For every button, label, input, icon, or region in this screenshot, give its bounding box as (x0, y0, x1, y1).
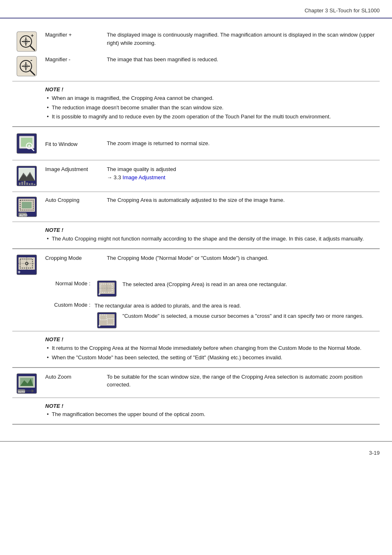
main-content: + Magnifier + The displayed image is con… (0, 27, 392, 441)
svg-rect-25 (19, 183, 21, 185)
normal-mode-label: Normal Mode : (45, 280, 95, 287)
auto-zoom-row: AUTO Auto Zoom To be suitable for the sc… (12, 368, 380, 398)
svg-text:+: + (98, 292, 101, 296)
auto-cropping-label: Auto Cropping (45, 196, 107, 203)
image-adj-line1: The image quality is adjusted (107, 165, 380, 173)
note3-spacer (12, 335, 45, 363)
note2-title: NOTE ! (45, 227, 63, 233)
note4-block: NOTE ! The magnification becomes the upp… (12, 398, 380, 425)
svg-rect-26 (21, 182, 23, 185)
auto-zoom-icon: AUTO (16, 373, 37, 394)
note1-content: NOTE ! When an image is magnified, the C… (45, 86, 380, 122)
svg-rect-29 (29, 183, 30, 185)
svg-text:+: + (98, 324, 101, 328)
note2-content: NOTE ! The Auto Cropping might not funct… (45, 226, 380, 244)
auto-zoom-label: Auto Zoom (45, 373, 107, 380)
custom-mode-icon-desc-row: + "Custom Mode" is selected, a mouse cur… (95, 312, 380, 328)
magnifier-minus-icon-cell: - (12, 56, 45, 77)
magnifier-minus-desc: The image that has been magnified is red… (107, 56, 380, 64)
image-adjustment-desc: The image quality is adjusted → 3.3 Imag… (107, 165, 380, 181)
magnifier-group: + Magnifier + The displayed image is con… (12, 27, 380, 127)
magnifier-plus-icon: + (16, 31, 37, 52)
image-adj-line2: → 3.3 Image Adjustment (107, 173, 380, 182)
note2-block: NOTE ! The Auto Cropping might not funct… (12, 222, 380, 249)
custom-mode-label: Custom Mode : (45, 302, 95, 308)
note4-content: NOTE ! The magnification becomes the upp… (45, 402, 380, 420)
cropping-mode-row: + Cropping Mode The Cropping Mode ("Norm… (12, 249, 380, 278)
page-header: Chapter 3 SL-Touch for SL1000 (0, 0, 392, 18)
svg-text:-: - (30, 57, 32, 63)
fit-to-window-label: Fit to Window (45, 140, 107, 147)
image-adjustment-label: Image Adjustment (45, 165, 107, 172)
note2-item-1: The Auto Cropping might not function nor… (45, 235, 380, 243)
svg-text:+: + (31, 33, 34, 39)
image-adjustment-group: Image Adjustment The image quality is ad… (12, 160, 380, 192)
custom-mode-icon: + (97, 312, 117, 328)
auto-cropping-group: AUTO Auto Cropping The Cropping Area is … (12, 192, 380, 249)
normal-mode-desc: The selected area (Cropping Area) is rea… (122, 280, 380, 289)
magnifier-plus-desc: The displayed image is continuously magn… (107, 31, 380, 47)
fit-to-window-icon (16, 133, 37, 154)
note3-item-2: When the "Custom Mode" has been selected… (45, 354, 380, 362)
image-adjustment-icon-cell (12, 165, 45, 187)
cropping-mode-group: + Cropping Mode The Cropping Mode ("Norm… (12, 249, 380, 368)
note1-title: NOTE ! (45, 86, 63, 92)
svg-rect-30 (31, 183, 33, 185)
cropping-mode-icon-cell: + (12, 254, 45, 275)
normal-mode-icon: + (97, 280, 117, 297)
magnifier-minus-icon: - (16, 56, 37, 77)
magnifier-plus-row: + Magnifier + The displayed image is con… (12, 27, 380, 54)
note3-content: NOTE ! It returns to the Cropping Area a… (45, 335, 380, 363)
auto-cropping-row: AUTO Auto Cropping The Cropping Area is … (12, 192, 380, 222)
note1-list: When an image is magnified, the Cropping… (45, 94, 380, 121)
custom-mode-line1: The rectangular area is added to plurals… (95, 302, 380, 310)
svg-text:AUTO: AUTO (18, 391, 25, 393)
note3-list: It returns to the Cropping Area at the N… (45, 344, 380, 362)
cropping-mode-desc: The Cropping Mode ("Normal Mode" or "Cus… (107, 254, 380, 262)
auto-zoom-desc: To be suitable for the scan window size,… (107, 373, 380, 389)
svg-text:+: + (18, 269, 21, 275)
svg-rect-28 (26, 183, 28, 185)
cropping-mode-label: Cropping Mode (45, 254, 107, 261)
fit-to-window-desc: The zoom image is returned to normal siz… (107, 139, 380, 148)
image-adjustment-icon (16, 165, 37, 187)
note1-item-2: The reduction image doesn't become small… (45, 104, 380, 112)
note4-title: NOTE ! (45, 403, 63, 409)
fit-to-window-group: Fit to Window The zoom image is returned… (12, 127, 380, 160)
note3-item-1: It returns to the Cropping Area at the N… (45, 344, 380, 353)
chapter-title: Chapter 3 SL-Touch for SL1000 (304, 7, 380, 14)
magnifier-minus-row: - Magnifier - The image that has been ma… (12, 54, 380, 81)
svg-rect-27 (24, 181, 25, 185)
auto-zoom-icon-cell: AUTO (12, 373, 45, 394)
custom-mode-row: Custom Mode : The rectangular area is ad… (45, 299, 380, 331)
magnifier-plus-icon-cell: + (12, 31, 45, 52)
auto-zoom-group: AUTO Auto Zoom To be suitable for the sc… (12, 368, 380, 425)
note3-block: NOTE ! It returns to the Cropping Area a… (12, 331, 380, 367)
note4-list: The magnification becomes the upper boun… (45, 410, 380, 419)
note2-spacer (12, 226, 45, 244)
note1-item-3: It is possible to magnify and to reduce … (45, 113, 380, 121)
note4-spacer (12, 402, 45, 420)
page-number: 3-19 (369, 450, 380, 456)
image-adjustment-row: Image Adjustment The image quality is ad… (12, 160, 380, 192)
auto-cropping-desc: The Cropping Area is automatically adjus… (107, 196, 380, 204)
fit-to-window-icon-cell (12, 133, 45, 154)
image-adjustment-link[interactable]: Image Adjustment (122, 174, 165, 180)
note4-item-1: The magnification becomes the upper boun… (45, 410, 380, 419)
page-footer: 3-19 (0, 441, 392, 460)
note2-list: The Auto Cropping might not function nor… (45, 235, 380, 243)
normal-mode-icon-cell: + (95, 280, 119, 297)
cropping-mode-icon: + (16, 254, 37, 275)
magnifier-minus-label: Magnifier - (45, 56, 107, 62)
magnifier-plus-label: Magnifier + (45, 31, 107, 38)
note1-item-1: When an image is magnified, the Cropping… (45, 94, 380, 103)
custom-mode-line2: "Custom Mode" is selected, a mouse curso… (122, 312, 380, 328)
svg-rect-31 (34, 184, 35, 185)
note1-block: NOTE ! When an image is magnified, the C… (12, 81, 380, 127)
auto-cropping-icon-cell: AUTO (12, 196, 45, 217)
svg-rect-35 (22, 202, 32, 208)
note1-spacer (12, 86, 45, 122)
note3-title: NOTE ! (45, 336, 63, 342)
normal-mode-row: Normal Mode : + The selected area (Cropp… (45, 278, 380, 299)
fit-to-window-row: Fit to Window The zoom image is returned… (12, 127, 380, 160)
